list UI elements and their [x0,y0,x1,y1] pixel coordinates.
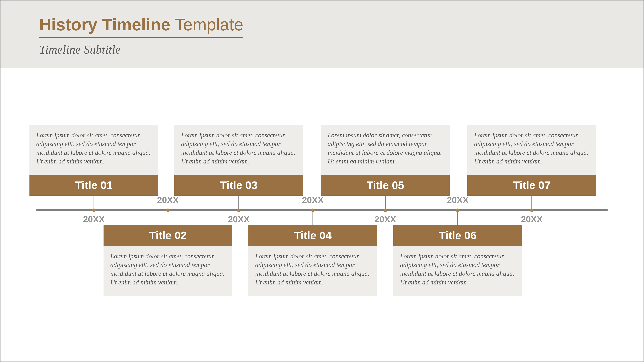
card-body: Lorem ipsum dolor sit amet, consectetur … [104,246,232,296]
header-band: History Timeline Template Timeline Subti… [0,0,644,68]
timeline-card: Lorem ipsum dolor sit amet, consectetur … [468,125,596,196]
timeline-connector [238,196,239,209]
timeline-connector [532,196,532,209]
year-label: 20XX [374,214,396,224]
year-label: 20XX [228,214,250,224]
card-body: Lorem ipsum dolor sit amet, consectetur … [468,125,596,175]
timeline-connector [168,211,168,225]
card-title: Title 05 [321,175,450,196]
card-title: Title 02 [104,225,232,246]
year-label: 20XX [302,195,324,205]
timeline-card: Title 02Lorem ipsum dolor sit amet, cons… [104,225,232,296]
card-body: Lorem ipsum dolor sit amet, consectetur … [248,246,377,296]
timeline-card: Title 06Lorem ipsum dolor sit amet, cons… [393,225,522,296]
timeline-connector [458,211,458,225]
timeline-connector [385,196,386,209]
card-title: Title 07 [468,175,596,196]
timeline-card: Lorem ipsum dolor sit amet, consectetur … [30,125,158,196]
title-bold: History Timeline [39,15,170,34]
card-body: Lorem ipsum dolor sit amet, consectetur … [393,246,522,296]
card-title: Title 04 [248,225,377,246]
timeline: 20XXLorem ipsum dolor sit amet, consecte… [36,105,608,330]
year-label: 20XX [521,214,543,224]
card-title: Title 06 [393,225,522,246]
timeline-card: Title 04Lorem ipsum dolor sit amet, cons… [248,225,377,296]
card-body: Lorem ipsum dolor sit amet, consectetur … [174,125,303,175]
year-label: 20XX [447,195,469,205]
timeline-connector [94,196,94,209]
card-title: Title 01 [30,175,158,196]
year-label: 20XX [83,214,105,224]
card-title: Title 03 [174,175,303,196]
timeline-card: Lorem ipsum dolor sit amet, consectetur … [321,125,450,196]
year-label: 20XX [157,195,179,205]
card-body: Lorem ipsum dolor sit amet, consectetur … [30,125,158,175]
card-body: Lorem ipsum dolor sit amet, consectetur … [321,125,450,175]
timeline-card: Lorem ipsum dolor sit amet, consectetur … [174,125,303,196]
page-subtitle: Timeline Subtitle [39,43,605,56]
timeline-axis [36,209,608,211]
page-title: History Timeline Template [39,15,243,38]
title-light: Template [170,15,243,34]
timeline-connector [312,211,313,225]
